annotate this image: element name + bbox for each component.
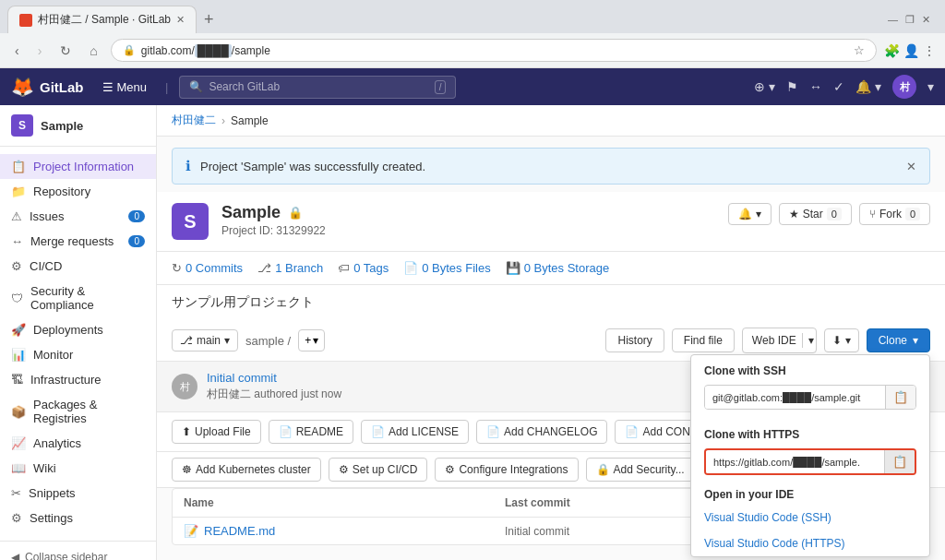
vscode-ssh-option[interactable]: Visual Studio Code (SSH) [691, 505, 929, 530]
sidebar-item-project-information[interactable]: 📋 Project Information [0, 154, 156, 179]
breadcrumb: 村田健二 › Sample [157, 105, 945, 137]
sidebar-item-cicd[interactable]: ⚙ CI/CD [0, 254, 156, 279]
notifications-button[interactable]: 🔔 ▾ [855, 79, 881, 94]
menu-button[interactable]: ☰ Menu [95, 77, 155, 98]
sidebar-item-snippets[interactable]: ✂ Snippets [0, 481, 156, 506]
add-files-button[interactable]: + ▾ [298, 329, 325, 351]
minimize-button[interactable]: — [888, 14, 898, 25]
upload-file-button[interactable]: ⬆ Upload File [172, 420, 261, 444]
wiki-icon: 📖 [11, 461, 26, 475]
vscode-https-option[interactable]: Visual Studio Code (HTTPS) [691, 530, 929, 556]
download-icon: ⬇ [832, 334, 842, 347]
sidebar-item-merge-requests[interactable]: ↔ Merge requests 0 [0, 229, 156, 254]
branch-select[interactable]: ⎇ main ▾ [172, 329, 238, 351]
plus-chevron: ▾ [313, 334, 318, 347]
clone-https-input[interactable] [706, 451, 884, 473]
history-button[interactable]: History [605, 328, 664, 352]
user-menu-chevron[interactable]: ▾ [927, 79, 934, 94]
menu-dots-icon[interactable]: ⋮ [923, 43, 936, 58]
collapse-label: Collapse sidebar [25, 551, 107, 560]
bell-icon: 🔔 [738, 208, 752, 220]
active-tab[interactable]: 村田健二 / Sample · GitLab ✕ [7, 6, 197, 33]
commit-author: 村田健二 [207, 387, 251, 400]
close-button[interactable]: ✕ [922, 14, 930, 26]
sidebar-item-wiki[interactable]: 📖 Wiki [0, 456, 156, 481]
address-input[interactable]: 🔒 gitlab.com/████/sample ☆ [111, 39, 877, 62]
branches-label: 1 Branch [275, 261, 323, 275]
sidebar-item-security[interactable]: 🛡 Security & Compliance [0, 279, 156, 317]
back-button[interactable]: ‹ [9, 42, 25, 60]
profile-icon[interactable]: 👤 [903, 43, 919, 58]
sidebar-item-monitor[interactable]: 📊 Monitor [0, 342, 156, 367]
new-tab-button[interactable]: + [197, 6, 221, 33]
add-security-button[interactable]: 🔒 Add Security... [586, 458, 695, 482]
download-button[interactable]: ⬇ ▾ [824, 328, 859, 352]
changelog-label: Add CHANGELOG [504, 425, 597, 438]
storage-stat: 💾 0 Bytes Storage [506, 261, 610, 275]
sidebar-item-settings[interactable]: ⚙ Settings [0, 506, 156, 530]
gitlab-logo-text: GitLab [40, 79, 84, 95]
alert-close-button[interactable]: ✕ [906, 160, 916, 173]
upload-icon: ⬆ [182, 425, 191, 438]
create-button[interactable]: ⊕ ▾ [754, 79, 775, 94]
restore-button[interactable]: ❐ [905, 14, 915, 26]
add-license-button[interactable]: 📄 Add LICENSE [361, 420, 469, 444]
add-readme-button[interactable]: 📄 README [269, 420, 353, 444]
home-button[interactable]: ⌂ [84, 42, 102, 60]
branches-icon: ⎇ [257, 261, 271, 275]
sidebar-item-deployments[interactable]: 🚀 Deployments [0, 317, 156, 342]
setup-cicd-button[interactable]: ⚙ Set up CI/CD [329, 458, 428, 482]
find-file-button[interactable]: Find file [672, 328, 735, 352]
tags-stat[interactable]: 🏷 0 Tags [338, 261, 389, 275]
readme-icon: 📄 [279, 425, 293, 438]
project-title-row: Sample 🔒 [221, 203, 715, 222]
browser-chrome: 村田健二 / Sample · GitLab ✕ + — ❐ ✕ ‹ › ↻ ⌂… [0, 0, 945, 68]
gitlab-logo[interactable]: 🦊 GitLab [11, 76, 84, 98]
search-box[interactable]: 🔍 Search GitLab / [179, 76, 456, 99]
issues-button[interactable]: ⚑ [786, 79, 798, 94]
configure-integrations-button[interactable]: ⚙ Configure Integrations [435, 458, 578, 482]
reload-button[interactable]: ↻ [54, 42, 77, 60]
clone-https-copy-button[interactable]: 📋 [884, 450, 915, 473]
clone-button[interactable]: Clone ▾ [867, 328, 930, 352]
add-changelog-button[interactable]: 📄 Add CHANGELOG [476, 420, 607, 444]
todos-button[interactable]: ✓ [833, 79, 844, 94]
fork-count: 0 [905, 208, 920, 220]
cicd-setup-label: Set up CI/CD [353, 463, 418, 476]
download-chevron: ▾ [845, 334, 851, 347]
header-search[interactable]: 🔍 Search GitLab / [179, 76, 456, 99]
sidebar-item-issues[interactable]: ⚠ Issues 0 [0, 204, 156, 229]
breadcrumb-parent[interactable]: 村田健二 [172, 113, 216, 128]
tab-close-button[interactable]: ✕ [176, 14, 185, 26]
webide-divider [802, 333, 803, 348]
star-button[interactable]: ★ Star 0 [779, 203, 852, 225]
license-icon: 📄 [371, 425, 385, 438]
user-avatar[interactable]: 村 [892, 75, 916, 99]
issues-icon: ⚠ [11, 209, 22, 223]
commits-stat[interactable]: ↻ 0 Commits [172, 261, 243, 275]
web-ide-button[interactable]: Web IDE ▾ [742, 328, 817, 353]
sidebar-item-repository[interactable]: 📁 Repository [0, 179, 156, 204]
notification-button[interactable]: 🔔 ▾ [728, 203, 772, 225]
sidebar-item-infrastructure[interactable]: 🏗 Infrastructure [0, 367, 156, 392]
alert-info-icon: ℹ [185, 158, 191, 174]
repo-toolbar: ⎇ main ▾ sample / + ▾ History Find file … [157, 320, 945, 362]
clone-chevron: ▾ [913, 334, 918, 347]
sidebar-item-analytics[interactable]: 📈 Analytics [0, 431, 156, 456]
collapse-sidebar-button[interactable]: ◀ Collapse sidebar [0, 541, 156, 560]
files-label: 0 Bytes Files [422, 261, 490, 275]
clone-ssh-input[interactable] [705, 387, 885, 409]
forward-button[interactable]: › [32, 42, 48, 60]
fork-button[interactable]: ⑂ Fork 0 [859, 203, 930, 225]
sidebar-item-packages[interactable]: 📦 Packages & Registries [0, 392, 156, 431]
clone-ssh-copy-button[interactable]: 📋 [885, 386, 915, 409]
extensions-icon[interactable]: 🧩 [884, 43, 900, 58]
add-kubernetes-button[interactable]: ☸ Add Kubernetes cluster [172, 458, 321, 482]
sidebar-project[interactable]: S Sample [0, 105, 156, 147]
branches-stat[interactable]: ⎇ 1 Branch [257, 261, 323, 275]
bookmark-icon[interactable]: ☆ [854, 43, 865, 57]
file-name-cell[interactable]: 📝 README.md [184, 524, 505, 538]
lock-icon: 🔒 [123, 44, 136, 56]
sidebar-item-label: Issues [30, 209, 65, 223]
merge-requests-button[interactable]: ↔ [809, 79, 822, 94]
